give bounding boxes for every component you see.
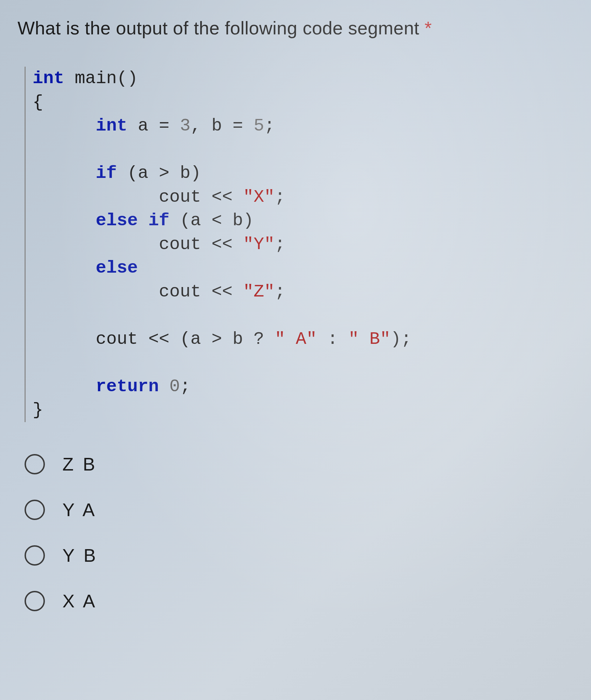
radio-icon [25,545,45,566]
radio-icon [25,591,45,611]
code-line: else [33,256,566,280]
option-xa[interactable]: X A [25,591,566,612]
option-yb[interactable]: Y B [25,545,566,566]
question-title: What is the output of the following code… [18,18,566,39]
radio-icon [25,500,45,520]
option-zb[interactable]: Z B [25,454,566,475]
question-text: What is the output of the following code… [18,18,419,38]
code-line [33,138,566,162]
code-line: } [33,398,566,422]
option-label: Z B [62,454,97,475]
code-line: cout << "X"; [33,185,566,209]
code-line: int main() [33,67,566,91]
option-label: Y B [62,545,98,566]
code-line: else if (a < b) [33,209,566,233]
options-list: Z B Y A Y B X A [25,454,566,612]
code-line: cout << "Z"; [33,280,566,304]
option-label: X A [62,591,97,612]
required-star: * [425,18,432,38]
code-line [33,351,566,375]
code-line [33,304,566,327]
option-label: Y A [62,499,97,520]
code-line: if (a > b) [33,161,566,185]
code-block: int main() { int a = 3, b = 5; if (a > b… [25,67,566,422]
radio-icon [25,454,45,474]
code-line: cout << (a > b ? " A" : " B"); [33,327,566,351]
option-ya[interactable]: Y A [25,499,566,520]
code-line: return 0; [33,375,566,399]
code-line: { [33,91,566,114]
code-line: cout << "Y"; [33,233,566,256]
code-line: int a = 3, b = 5; [33,114,566,138]
